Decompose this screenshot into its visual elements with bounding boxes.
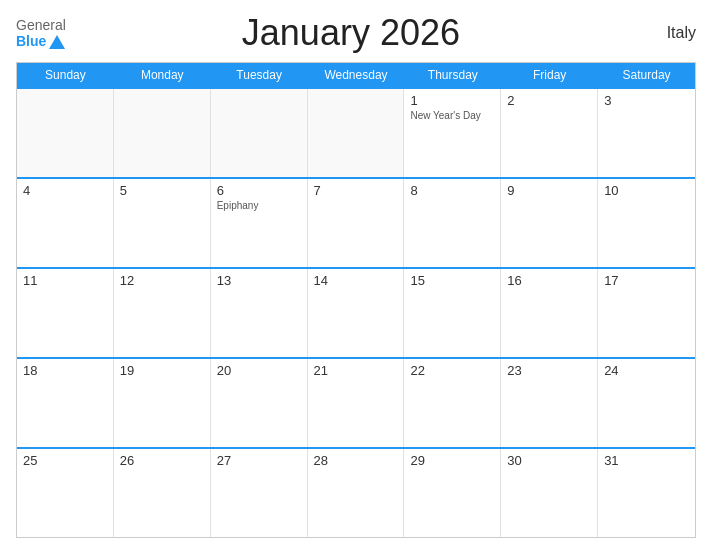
day-number: 10 (604, 183, 689, 198)
logo-general: General (16, 17, 66, 33)
calendar-cell-w3-d6[interactable]: 16 (501, 269, 598, 357)
calendar: Sunday Monday Tuesday Wednesday Thursday… (16, 62, 696, 538)
page: General Blue January 2026 Italy Sunday M… (0, 0, 712, 550)
day-number: 8 (410, 183, 494, 198)
calendar-cell-w5-d3[interactable]: 27 (211, 449, 308, 537)
logo-triangle-icon (49, 35, 65, 49)
day-number: 11 (23, 273, 107, 288)
calendar-cell-w2-d1[interactable]: 4 (17, 179, 114, 267)
calendar-cell-w4-d1[interactable]: 18 (17, 359, 114, 447)
calendar-cell-w4-d6[interactable]: 23 (501, 359, 598, 447)
calendar-week-5: 25262728293031 (17, 447, 695, 537)
day-number: 25 (23, 453, 107, 468)
calendar-cell-w1-d4[interactable] (308, 89, 405, 177)
day-number: 27 (217, 453, 301, 468)
day-number: 30 (507, 453, 591, 468)
calendar-header: Sunday Monday Tuesday Wednesday Thursday… (17, 63, 695, 87)
calendar-cell-w4-d5[interactable]: 22 (404, 359, 501, 447)
calendar-cell-w4-d4[interactable]: 21 (308, 359, 405, 447)
calendar-cell-w1-d2[interactable] (114, 89, 211, 177)
day-number: 14 (314, 273, 398, 288)
header: General Blue January 2026 Italy (16, 12, 696, 54)
calendar-cell-w1-d1[interactable] (17, 89, 114, 177)
header-wednesday: Wednesday (308, 63, 405, 87)
day-number: 23 (507, 363, 591, 378)
day-number: 13 (217, 273, 301, 288)
day-number: 22 (410, 363, 494, 378)
calendar-cell-w1-d7[interactable]: 3 (598, 89, 695, 177)
calendar-cell-w2-d7[interactable]: 10 (598, 179, 695, 267)
calendar-cell-w2-d5[interactable]: 8 (404, 179, 501, 267)
calendar-week-3: 11121314151617 (17, 267, 695, 357)
day-number: 29 (410, 453, 494, 468)
day-number: 31 (604, 453, 689, 468)
day-number: 19 (120, 363, 204, 378)
calendar-cell-w5-d1[interactable]: 25 (17, 449, 114, 537)
calendar-cell-w3-d7[interactable]: 17 (598, 269, 695, 357)
day-number: 9 (507, 183, 591, 198)
calendar-cell-w1-d6[interactable]: 2 (501, 89, 598, 177)
day-number: 15 (410, 273, 494, 288)
calendar-cell-w3-d5[interactable]: 15 (404, 269, 501, 357)
calendar-title: January 2026 (66, 12, 636, 54)
day-number: 12 (120, 273, 204, 288)
calendar-cell-w3-d3[interactable]: 13 (211, 269, 308, 357)
calendar-cell-w2-d3[interactable]: 6Epiphany (211, 179, 308, 267)
calendar-cell-w5-d5[interactable]: 29 (404, 449, 501, 537)
day-number: 3 (604, 93, 689, 108)
calendar-cell-w3-d1[interactable]: 11 (17, 269, 114, 357)
calendar-cell-w1-d5[interactable]: 1New Year's Day (404, 89, 501, 177)
calendar-cell-w5-d2[interactable]: 26 (114, 449, 211, 537)
day-number: 2 (507, 93, 591, 108)
day-number: 1 (410, 93, 494, 108)
day-number: 17 (604, 273, 689, 288)
calendar-cell-w4-d7[interactable]: 24 (598, 359, 695, 447)
day-number: 4 (23, 183, 107, 198)
header-sunday: Sunday (17, 63, 114, 87)
calendar-cell-w5-d7[interactable]: 31 (598, 449, 695, 537)
header-friday: Friday (501, 63, 598, 87)
calendar-cell-w5-d6[interactable]: 30 (501, 449, 598, 537)
day-number: 6 (217, 183, 301, 198)
logo-text-wrapper: General Blue (16, 17, 66, 49)
calendar-cell-w3-d2[interactable]: 12 (114, 269, 211, 357)
calendar-cell-w1-d3[interactable] (211, 89, 308, 177)
logo-blue-text: Blue (16, 33, 46, 49)
logo: General Blue (16, 17, 66, 49)
calendar-cell-w4-d3[interactable]: 20 (211, 359, 308, 447)
day-number: 18 (23, 363, 107, 378)
day-number: 28 (314, 453, 398, 468)
calendar-cell-w4-d2[interactable]: 19 (114, 359, 211, 447)
holiday-label: New Year's Day (410, 110, 494, 122)
day-number: 26 (120, 453, 204, 468)
day-number: 21 (314, 363, 398, 378)
country-label: Italy (636, 24, 696, 42)
day-number: 16 (507, 273, 591, 288)
calendar-week-1: 1New Year's Day23 (17, 87, 695, 177)
header-tuesday: Tuesday (211, 63, 308, 87)
day-number: 24 (604, 363, 689, 378)
calendar-cell-w3-d4[interactable]: 14 (308, 269, 405, 357)
calendar-cell-w2-d2[interactable]: 5 (114, 179, 211, 267)
calendar-week-2: 456Epiphany78910 (17, 177, 695, 267)
calendar-week-4: 18192021222324 (17, 357, 695, 447)
day-number: 7 (314, 183, 398, 198)
calendar-cell-w2-d4[interactable]: 7 (308, 179, 405, 267)
header-thursday: Thursday (404, 63, 501, 87)
header-monday: Monday (114, 63, 211, 87)
holiday-label: Epiphany (217, 200, 301, 212)
header-saturday: Saturday (598, 63, 695, 87)
day-number: 5 (120, 183, 204, 198)
calendar-body: 1New Year's Day23456Epiphany789101112131… (17, 87, 695, 537)
logo-blue: Blue (16, 33, 65, 49)
calendar-cell-w5-d4[interactable]: 28 (308, 449, 405, 537)
day-number: 20 (217, 363, 301, 378)
calendar-cell-w2-d6[interactable]: 9 (501, 179, 598, 267)
